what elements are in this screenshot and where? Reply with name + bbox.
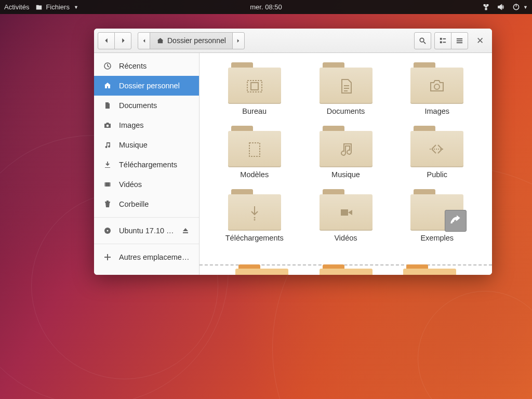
path-segment-home[interactable]: Dossier personnel bbox=[150, 32, 233, 49]
view-buttons bbox=[434, 32, 468, 49]
folder-item[interactable]: Modèles bbox=[213, 126, 296, 179]
folder-item[interactable]: Public bbox=[395, 126, 478, 179]
folder-name: Musique bbox=[331, 170, 360, 179]
folder-icon bbox=[320, 126, 373, 167]
sidebar-item-video[interactable]: Vidéos bbox=[94, 175, 199, 194]
camera-icon bbox=[103, 121, 112, 129]
icon-view[interactable]: BureauDocumentsImagesModèlesMusiquePubli… bbox=[200, 53, 492, 275]
svg-point-22 bbox=[254, 219, 255, 221]
back-button[interactable] bbox=[98, 32, 115, 49]
svg-rect-13 bbox=[104, 182, 105, 187]
eject-icon[interactable] bbox=[181, 227, 190, 235]
sidebar-item-label: Dossier personnel bbox=[119, 82, 180, 90]
sidebar-item-label: Musique bbox=[119, 141, 148, 149]
sidebar-item-trash[interactable]: Corbeille bbox=[94, 194, 199, 214]
sidebar-volume[interactable]: Ubuntu 17.10 … bbox=[94, 221, 199, 241]
folder-name: Documents bbox=[327, 107, 365, 115]
home-icon bbox=[156, 37, 164, 45]
svg-rect-7 bbox=[457, 38, 462, 39]
search-button[interactable] bbox=[414, 32, 431, 49]
folder-item[interactable]: Bureau bbox=[213, 62, 296, 115]
plus-icon bbox=[103, 253, 112, 261]
nautilus-window: Dossier personnel ✕ RécentsDossier perso… bbox=[94, 29, 492, 275]
folder-name: Images bbox=[424, 107, 449, 115]
svg-rect-3 bbox=[440, 37, 442, 39]
svg-point-21 bbox=[254, 217, 255, 219]
folder-item[interactable]: Images bbox=[395, 62, 478, 115]
chevron-down-icon: ▼ bbox=[523, 5, 528, 10]
sidebar-item-label: Images bbox=[119, 121, 144, 129]
close-button[interactable]: ✕ bbox=[471, 35, 488, 46]
svg-rect-14 bbox=[110, 182, 111, 187]
power-icon bbox=[512, 3, 520, 11]
svg-rect-1 bbox=[516, 4, 517, 7]
download-icon bbox=[103, 161, 112, 169]
icon-view-button[interactable] bbox=[434, 32, 451, 49]
sidebar-separator bbox=[94, 244, 199, 244]
sidebar-item-camera[interactable]: Images bbox=[94, 115, 199, 135]
sidebar-item-label: Corbeille bbox=[119, 200, 149, 208]
svg-rect-6 bbox=[443, 42, 446, 43]
forward-button[interactable] bbox=[114, 32, 131, 49]
app-menu-label: Fichiers bbox=[46, 3, 70, 11]
folder-name: Bureau bbox=[242, 107, 267, 115]
power-menu[interactable]: ▼ bbox=[512, 3, 528, 11]
disc-icon bbox=[103, 227, 112, 235]
sidebar-item-label: Téléchargements bbox=[119, 161, 177, 169]
sidebar-item-home[interactable]: Dossier personnel bbox=[94, 76, 199, 96]
sidebar-separator bbox=[94, 217, 199, 218]
svg-rect-18 bbox=[251, 83, 258, 90]
svg-point-19 bbox=[434, 84, 440, 89]
svg-rect-5 bbox=[443, 38, 446, 39]
document-icon bbox=[103, 101, 112, 110]
svg-rect-9 bbox=[457, 42, 462, 43]
folder-item[interactable]: Vidéos bbox=[304, 189, 388, 242]
folder-icon bbox=[228, 126, 281, 167]
activities-button[interactable]: Activités bbox=[4, 3, 29, 11]
sidebar-item-document[interactable]: Documents bbox=[94, 96, 199, 115]
folder-name: Exemples bbox=[420, 234, 454, 242]
home-icon bbox=[103, 82, 112, 90]
network-icon[interactable] bbox=[482, 3, 490, 11]
path-next-button[interactable] bbox=[232, 32, 245, 49]
folder-icon bbox=[410, 62, 463, 104]
volume-icon[interactable] bbox=[497, 3, 505, 11]
list-view-button[interactable] bbox=[451, 32, 468, 49]
sidebar-item-clock[interactable]: Récents bbox=[94, 56, 199, 76]
folder-item[interactable]: Téléchargements bbox=[213, 189, 296, 242]
path-segment-label: Dossier personnel bbox=[167, 36, 226, 45]
search-icon bbox=[419, 37, 427, 45]
svg-rect-4 bbox=[440, 41, 442, 43]
path-prev-button[interactable] bbox=[138, 32, 150, 49]
folder-name: Vidéos bbox=[334, 234, 357, 242]
sidebar-item-music[interactable]: Musique bbox=[94, 135, 199, 155]
chevron-down-icon: ▼ bbox=[74, 5, 78, 10]
app-menu[interactable]: Fichiers ▼ bbox=[35, 3, 78, 11]
svg-rect-23 bbox=[341, 209, 348, 216]
svg-rect-20 bbox=[249, 143, 260, 156]
sidebar: RécentsDossier personnelDocumentsImagesM… bbox=[94, 53, 200, 275]
trash-icon bbox=[103, 200, 112, 208]
nav-buttons bbox=[98, 32, 131, 49]
sidebar-other-locations[interactable]: Autres emplacements bbox=[94, 247, 199, 267]
sidebar-item-label: Documents bbox=[119, 101, 157, 110]
sidebar-item-label: Vidéos bbox=[119, 180, 142, 189]
menu-icon bbox=[456, 37, 463, 45]
folder-item[interactable]: Exemples bbox=[395, 189, 478, 242]
svg-rect-8 bbox=[457, 40, 462, 41]
svg-point-11 bbox=[107, 125, 109, 127]
sidebar-item-download[interactable]: Téléchargements bbox=[94, 155, 199, 175]
svg-point-16 bbox=[107, 230, 109, 232]
gnome-topbar: Activités Fichiers ▼ mer. 08:50 ▼ bbox=[0, 0, 532, 14]
files-app-icon bbox=[35, 4, 43, 11]
svg-point-2 bbox=[420, 38, 424, 42]
partial-row bbox=[200, 264, 492, 275]
pathbar: Dossier personnel bbox=[138, 32, 245, 49]
music-icon bbox=[103, 141, 112, 149]
clock[interactable]: mer. 08:50 bbox=[250, 3, 282, 11]
clock-icon bbox=[103, 62, 112, 70]
folder-item[interactable]: Documents bbox=[304, 62, 388, 115]
headerbar: Dossier personnel ✕ bbox=[94, 29, 492, 53]
folder-item[interactable]: Musique bbox=[304, 126, 388, 179]
folder-icon bbox=[228, 62, 281, 104]
